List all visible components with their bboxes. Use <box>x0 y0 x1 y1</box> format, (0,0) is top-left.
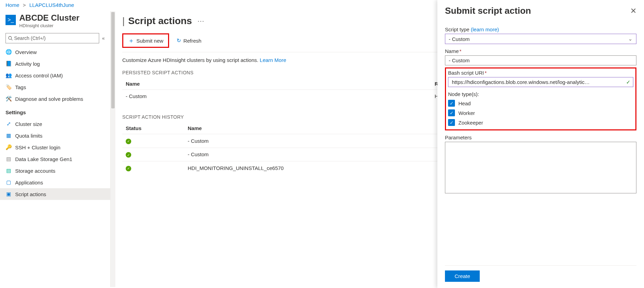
plus-icon: ＋ <box>128 36 134 45</box>
blade-title-separator: | <box>122 15 125 26</box>
panel-title: Submit script action <box>445 6 531 16</box>
checkbox-checked-icon: ✓ <box>448 109 455 116</box>
annotation-highlight: ＋ Submit new <box>122 33 169 48</box>
name-input[interactable] <box>445 55 636 65</box>
search-icon <box>8 36 13 41</box>
resource-icon: >_ <box>6 15 16 25</box>
close-icon[interactable]: ✕ <box>630 7 636 15</box>
sidebar-item-label: Tags <box>15 84 26 90</box>
sidebar-item-label: Script actions <box>15 191 46 197</box>
submit-script-panel: Submit script action ✕ Script type (lear… <box>437 0 644 288</box>
grid-icon: ▦ <box>6 132 12 139</box>
sidebar-item-label: Overview <box>15 49 37 55</box>
status-ok-icon: ✓ <box>126 166 131 171</box>
people-icon: 👥 <box>6 72 12 78</box>
collapse-sidebar-icon[interactable]: « <box>102 35 105 41</box>
col-status: Status <box>122 122 184 134</box>
cell-name: - Custom <box>122 90 431 103</box>
sidebar-item-ssh-login[interactable]: 🔑 SSH + Cluster login <box>0 141 110 153</box>
blade-more-icon[interactable]: ⋯ <box>197 17 204 25</box>
scrollbar-thumb[interactable] <box>111 12 115 108</box>
bash-uri-input[interactable] <box>448 77 633 87</box>
refresh-button[interactable]: ↻ Refresh <box>174 36 204 45</box>
svg-line-1 <box>11 39 13 41</box>
sidebar-item-script-actions[interactable]: ▣ Script actions <box>0 188 110 200</box>
tag-icon: 🏷️ <box>6 84 12 90</box>
node-checkbox-head[interactable]: ✓ Head <box>448 100 633 107</box>
sidebar-heading-settings: Settings <box>0 105 110 118</box>
sidebar-item-tags[interactable]: 🏷️ Tags <box>0 81 110 93</box>
script-icon: ▣ <box>6 191 12 197</box>
sidebar-item-label: Applications <box>15 180 43 185</box>
checkbox-label: Head <box>458 100 471 106</box>
breadcrumb-home[interactable]: Home <box>6 2 19 8</box>
resize-icon: ⤢ <box>6 121 12 127</box>
sidebar-search-input[interactable]: Search (Ctrl+/) <box>6 33 99 43</box>
node-types-label: Node type(s): <box>448 91 633 97</box>
checkbox-checked-icon: ✓ <box>448 100 455 107</box>
app-icon: ▢ <box>6 179 12 185</box>
chevron-down-icon: ⌄ <box>628 36 633 42</box>
parameters-label: Parameters <box>445 135 636 140</box>
col-name: Name <box>122 78 431 90</box>
sidebar-item-activity-log[interactable]: 📘 Activity log <box>0 58 110 70</box>
status-ok-icon: ✓ <box>126 152 131 158</box>
sidebar-item-storage-accounts[interactable]: ▤ Storage accounts <box>0 165 110 177</box>
script-type-label: Script type (learn more) <box>445 26 636 32</box>
sidebar-item-quota-limits[interactable]: ▦ Quota limits <box>0 130 110 141</box>
checkbox-checked-icon: ✓ <box>448 119 455 126</box>
sidebar-item-label: Diagnose and solve problems <box>15 96 83 102</box>
sidebar-item-label: Data Lake Storage Gen1 <box>15 156 72 162</box>
blade-title: Script actions <box>128 15 192 26</box>
wrench-icon: 🛠️ <box>6 96 12 102</box>
sidebar-item-data-lake[interactable]: ▤ Data Lake Storage Gen1 <box>0 153 110 165</box>
refresh-icon: ↻ <box>177 38 181 44</box>
storage-icon: ▤ <box>6 168 12 174</box>
uri-label: Bash script URI* <box>448 70 633 76</box>
breadcrumb-separator: > <box>23 2 26 8</box>
checkbox-label: Worker <box>458 110 475 116</box>
sidebar-item-cluster-size[interactable]: ⤢ Cluster size <box>0 118 110 130</box>
annotation-highlight: Bash script URI* ✓ Node type(s): ✓ Head … <box>445 67 636 130</box>
svg-point-0 <box>9 36 12 40</box>
resource-title: ABCDE Cluster <box>19 13 80 22</box>
sidebar-item-label: Quota limits <box>15 133 42 139</box>
sidebar-item-applications[interactable]: ▢ Applications <box>0 177 110 188</box>
scrollbar-track[interactable] <box>111 11 115 287</box>
parameters-textarea[interactable] <box>445 142 636 193</box>
sidebar: 🌐 Overview 📘 Activity log 👥 Access contr… <box>0 46 110 203</box>
submit-new-button[interactable]: ＋ Submit new <box>125 35 166 46</box>
resource-header: >_ ABCDE Cluster HDInsight cluster <box>0 11 110 33</box>
sidebar-item-label: Storage accounts <box>15 168 55 174</box>
key-icon: 🔑 <box>6 144 12 150</box>
status-ok-icon: ✓ <box>126 139 131 144</box>
name-label: Name* <box>445 48 636 54</box>
valid-check-icon: ✓ <box>626 79 631 85</box>
storage-grey-icon: ▤ <box>6 156 12 162</box>
resource-subtitle: HDInsight cluster <box>19 23 80 28</box>
node-checkbox-zookeeper[interactable]: ✓ Zookeeper <box>448 119 633 126</box>
log-icon: 📘 <box>6 61 12 67</box>
search-placeholder: Search (Ctrl+/) <box>14 35 45 41</box>
sidebar-item-label: Activity log <box>15 61 40 67</box>
select-value: - Custom <box>449 36 470 42</box>
node-checkbox-worker[interactable]: ✓ Worker <box>448 109 633 116</box>
script-type-select[interactable]: - Custom ⌄ <box>445 34 636 44</box>
checkbox-label: Zookeeper <box>458 120 483 126</box>
sidebar-item-overview[interactable]: 🌐 Overview <box>0 46 110 58</box>
sidebar-item-diagnose[interactable]: 🛠️ Diagnose and solve problems <box>0 93 110 105</box>
learn-more-link[interactable]: Learn More <box>260 57 286 63</box>
description-text: Customize Azure HDInsight clusters by us… <box>122 57 258 63</box>
sidebar-item-access-control[interactable]: 👥 Access control (IAM) <box>0 70 110 81</box>
create-button[interactable]: Create <box>445 270 480 282</box>
learn-more-link[interactable]: (learn more) <box>471 26 499 32</box>
breadcrumb-current[interactable]: LLAPCLUS4thJune <box>29 2 74 8</box>
sidebar-item-label: Cluster size <box>15 121 42 127</box>
toolbar-button-label: Submit new <box>136 38 163 44</box>
sidebar-item-label: SSH + Cluster login <box>15 145 60 150</box>
globe-icon: 🌐 <box>6 49 12 55</box>
sidebar-item-label: Access control (IAM) <box>15 73 63 78</box>
toolbar-button-label: Refresh <box>183 38 201 44</box>
